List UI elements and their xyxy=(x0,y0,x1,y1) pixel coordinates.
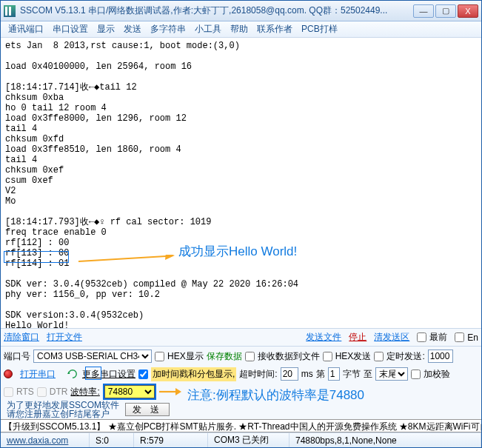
timed-send-label: 定时发送: xyxy=(386,350,424,363)
svg-marker-4 xyxy=(175,388,181,395)
end-select[interactable]: 末尾 xyxy=(375,367,408,381)
app-window: SSCOM V5.13.1 串口/网络数据调试器,作者:大虾丁丁,2618058… xyxy=(0,0,482,448)
highlight-refresh xyxy=(85,367,101,380)
timeout-label: 超时时间: xyxy=(239,368,277,381)
english-label: En xyxy=(467,332,478,343)
console-output: ets Jan 8 2013,rst cause:1, boot mode:(3… xyxy=(1,38,481,328)
timeout-input[interactable] xyxy=(281,367,298,381)
status-bar: www.daxia.com S:0 R:579 COM3 已关闭 74880bp… xyxy=(1,432,481,447)
annotation-baud: 注意:例程默认的波特率是74880 xyxy=(187,387,364,404)
checksum-checkbox[interactable] xyxy=(411,370,421,379)
open-port-button[interactable]: 打开串口 xyxy=(16,367,60,381)
arrow-icon xyxy=(159,384,181,399)
settings-panel: 端口号 COM3 USB-SERIAL CH340 HEX显示 保存数据 接收数… xyxy=(1,346,481,419)
arrow-icon xyxy=(78,255,175,268)
menu-help[interactable]: 帮助 xyxy=(226,23,252,36)
clear-window-button[interactable]: 清除窗口 xyxy=(4,331,39,344)
topmost-checkbox[interactable] xyxy=(417,332,426,342)
to-label: 至 xyxy=(364,368,372,381)
topmost-label: 最前 xyxy=(429,331,447,344)
status-config: 74880bps,8,1,None,None xyxy=(289,433,481,447)
close-button[interactable]: X xyxy=(458,4,478,18)
mid-toolbar: 清除窗口 打开文件 发送文件 停止 清发送区 最前 En xyxy=(1,328,481,346)
menubar: 通讯端口 串口设置 显示 发送 多字符串 小工具 帮助 联系作者 PCB打样 xyxy=(1,21,481,38)
hex-show-label: HEX显示 xyxy=(167,350,204,363)
rts-checkbox xyxy=(4,387,13,397)
highlight-hello-world xyxy=(4,251,69,263)
port-select[interactable]: COM3 USB-SERIAL CH340 xyxy=(33,350,152,363)
nth-label1: 第 xyxy=(316,368,325,381)
menu-display[interactable]: 显示 xyxy=(93,23,119,36)
dtr-checkbox xyxy=(37,387,47,397)
recv-to-file-label: 接收数据到文件 xyxy=(258,350,320,363)
checksum-label: 加校验 xyxy=(424,368,450,381)
timed-send-checkbox[interactable] xyxy=(374,352,384,361)
menu-multistring[interactable]: 多字符串 xyxy=(146,23,190,36)
status-port: COM3 已关闭 xyxy=(208,433,289,447)
status-website[interactable]: www.daxia.com xyxy=(7,435,68,446)
nth-label2: 字节 xyxy=(343,368,361,381)
hex-send-label: HEX发送 xyxy=(335,350,372,363)
save-data-button[interactable]: 保存数据 xyxy=(207,350,242,363)
status-sent: S:0 xyxy=(90,433,134,447)
titlebar: SSCOM V5.13.1 串口/网络数据调试器,作者:大虾丁丁,2618058… xyxy=(1,1,481,21)
menu-serial-cfg[interactable]: 串口设置 xyxy=(48,23,93,36)
refresh-icon[interactable] xyxy=(66,369,79,379)
annotation-hello: 成功显示Hello World! xyxy=(178,247,297,257)
highlight-baud: 74880 xyxy=(103,384,156,400)
maximize-button[interactable]: ▢ xyxy=(435,4,456,18)
baud-label: 波特率: xyxy=(70,386,99,398)
clear-send-area-button[interactable]: 清发送区 xyxy=(374,331,409,344)
console-text: ets Jan 8 2013,rst cause:1, boot mode:(3… xyxy=(5,41,298,328)
port-label: 端口号 xyxy=(4,350,30,363)
menu-tools[interactable]: 小工具 xyxy=(190,23,226,36)
send-button[interactable]: 发 送 xyxy=(125,403,170,416)
svg-line-0 xyxy=(78,256,166,261)
app-icon xyxy=(4,5,16,17)
timestamp-checkbox[interactable] xyxy=(138,370,148,379)
menu-send[interactable]: 发送 xyxy=(119,23,146,36)
menu-contact[interactable]: 联系作者 xyxy=(252,23,297,36)
menu-comm-port[interactable]: 通讯端口 xyxy=(4,23,48,36)
footer-text-2: 请您注册嘉立创F结尾客户 xyxy=(4,409,122,418)
nth-input[interactable] xyxy=(328,367,340,381)
minimize-button[interactable]: — xyxy=(413,4,434,18)
hex-send-checkbox[interactable] xyxy=(323,352,332,361)
timed-send-value[interactable] xyxy=(428,350,453,363)
hex-show-checkbox[interactable] xyxy=(155,352,164,361)
stop-button[interactable]: 停止 xyxy=(349,331,366,344)
promo-bar: 【升级到SSCOM5.13.1】 ★嘉立创PCB打样SMT贴片服务. ★RT-T… xyxy=(1,419,481,432)
window-title: SSCOM V5.13.1 串口/网络数据调试器,作者:大虾丁丁,2618058… xyxy=(20,4,413,17)
english-checkbox[interactable] xyxy=(455,332,464,342)
send-file-button[interactable]: 发送文件 xyxy=(306,331,341,344)
status-recv: R:579 xyxy=(134,433,208,447)
ms-label: ms xyxy=(301,369,313,379)
baud-select[interactable]: 74880 xyxy=(104,385,155,398)
svg-marker-1 xyxy=(165,255,175,260)
port-status-icon xyxy=(4,370,13,378)
timestamp-label: 加时间戳和分包显示, xyxy=(151,367,236,381)
dtr-label: DTR xyxy=(50,387,68,397)
open-file-button[interactable]: 打开文件 xyxy=(47,331,82,344)
rts-label: RTS xyxy=(16,387,34,397)
menu-pcb[interactable]: PCB打样 xyxy=(297,23,342,36)
recv-to-file-checkbox[interactable] xyxy=(245,352,255,361)
